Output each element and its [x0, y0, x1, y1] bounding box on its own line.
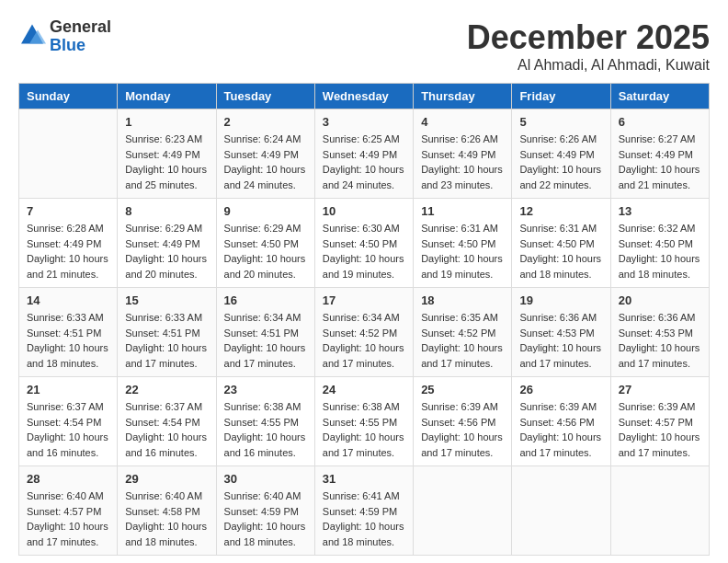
calendar-cell: 21Sunrise: 6:37 AM Sunset: 4:54 PM Dayli…	[19, 377, 118, 466]
calendar-cell: 28Sunrise: 6:40 AM Sunset: 4:57 PM Dayli…	[19, 466, 118, 556]
calendar-cell: 15Sunrise: 6:33 AM Sunset: 4:51 PM Dayli…	[118, 288, 216, 377]
calendar-cell: 20Sunrise: 6:36 AM Sunset: 4:53 PM Dayli…	[610, 288, 709, 377]
day-info: Sunrise: 6:39 AM Sunset: 4:57 PM Dayligh…	[619, 399, 701, 460]
day-number: 7	[27, 204, 109, 218]
day-number: 4	[421, 115, 504, 129]
day-number: 9	[224, 204, 307, 218]
day-of-week-header: Friday	[512, 84, 610, 109]
title-area: December 2025 Al Ahmadi, Al Ahmadi, Kuwa…	[467, 18, 710, 74]
day-info: Sunrise: 6:33 AM Sunset: 4:51 PM Dayligh…	[27, 310, 109, 371]
calendar-cell: 4Sunrise: 6:26 AM Sunset: 4:49 PM Daylig…	[414, 109, 512, 199]
calendar-cell: 14Sunrise: 6:33 AM Sunset: 4:51 PM Dayli…	[19, 288, 118, 377]
calendar-cell	[610, 466, 709, 556]
day-info: Sunrise: 6:29 AM Sunset: 4:49 PM Dayligh…	[125, 221, 208, 282]
calendar-cell: 6Sunrise: 6:27 AM Sunset: 4:49 PM Daylig…	[610, 109, 709, 199]
day-info: Sunrise: 6:31 AM Sunset: 4:50 PM Dayligh…	[421, 221, 504, 282]
day-info: Sunrise: 6:30 AM Sunset: 4:50 PM Dayligh…	[323, 221, 405, 282]
day-number: 27	[619, 383, 701, 396]
day-number: 10	[323, 204, 405, 218]
day-of-week-header: Thursday	[414, 84, 512, 109]
day-number: 6	[619, 115, 701, 129]
day-info: Sunrise: 6:29 AM Sunset: 4:50 PM Dayligh…	[224, 221, 307, 282]
calendar-cell: 7Sunrise: 6:28 AM Sunset: 4:49 PM Daylig…	[19, 199, 118, 288]
day-number: 20	[619, 293, 701, 307]
day-of-week-header: Monday	[118, 84, 216, 109]
day-info: Sunrise: 6:34 AM Sunset: 4:51 PM Dayligh…	[224, 310, 307, 371]
day-of-week-header: Saturday	[610, 84, 709, 109]
calendar-cell: 16Sunrise: 6:34 AM Sunset: 4:51 PM Dayli…	[216, 288, 314, 377]
day-info: Sunrise: 6:35 AM Sunset: 4:52 PM Dayligh…	[421, 310, 504, 371]
page-subtitle: Al Ahmadi, Al Ahmadi, Kuwait	[467, 57, 710, 74]
day-number: 25	[421, 383, 504, 396]
day-number: 18	[421, 293, 504, 307]
calendar-cell	[19, 109, 118, 199]
day-info: Sunrise: 6:40 AM Sunset: 4:58 PM Dayligh…	[125, 488, 208, 549]
calendar-cell	[512, 466, 610, 556]
day-number: 5	[519, 115, 602, 129]
day-number: 21	[27, 383, 109, 396]
day-info: Sunrise: 6:25 AM Sunset: 4:49 PM Dayligh…	[323, 132, 405, 192]
day-number: 11	[421, 204, 504, 218]
logo-general: General	[50, 18, 111, 37]
calendar-week-row: 28Sunrise: 6:40 AM Sunset: 4:57 PM Dayli…	[19, 466, 710, 556]
calendar-cell: 12Sunrise: 6:31 AM Sunset: 4:50 PM Dayli…	[512, 199, 610, 288]
day-info: Sunrise: 6:38 AM Sunset: 4:55 PM Dayligh…	[224, 399, 307, 460]
day-info: Sunrise: 6:27 AM Sunset: 4:49 PM Dayligh…	[619, 132, 701, 192]
day-of-week-header: Tuesday	[216, 84, 314, 109]
day-info: Sunrise: 6:36 AM Sunset: 4:53 PM Dayligh…	[619, 310, 701, 371]
calendar-cell: 1Sunrise: 6:23 AM Sunset: 4:49 PM Daylig…	[118, 109, 216, 199]
calendar-cell: 5Sunrise: 6:26 AM Sunset: 4:49 PM Daylig…	[512, 109, 610, 199]
day-number: 2	[224, 115, 307, 129]
day-info: Sunrise: 6:33 AM Sunset: 4:51 PM Dayligh…	[125, 310, 208, 371]
day-number: 22	[125, 383, 208, 396]
logo-text: General Blue	[50, 18, 111, 55]
day-info: Sunrise: 6:39 AM Sunset: 4:56 PM Dayligh…	[421, 399, 504, 460]
header: General Blue December 2025 Al Ahmadi, Al…	[18, 18, 710, 74]
day-info: Sunrise: 6:23 AM Sunset: 4:49 PM Dayligh…	[125, 132, 208, 192]
day-info: Sunrise: 6:39 AM Sunset: 4:56 PM Dayligh…	[519, 399, 602, 460]
calendar-week-row: 14Sunrise: 6:33 AM Sunset: 4:51 PM Dayli…	[19, 288, 710, 377]
day-info: Sunrise: 6:40 AM Sunset: 4:57 PM Dayligh…	[27, 488, 109, 549]
day-info: Sunrise: 6:37 AM Sunset: 4:54 PM Dayligh…	[125, 399, 208, 460]
calendar-cell: 22Sunrise: 6:37 AM Sunset: 4:54 PM Dayli…	[118, 377, 216, 466]
day-info: Sunrise: 6:32 AM Sunset: 4:50 PM Dayligh…	[619, 221, 701, 282]
day-number: 31	[323, 472, 405, 486]
day-info: Sunrise: 6:31 AM Sunset: 4:50 PM Dayligh…	[519, 221, 602, 282]
calendar-cell: 13Sunrise: 6:32 AM Sunset: 4:50 PM Dayli…	[610, 199, 709, 288]
logo: General Blue	[18, 18, 111, 55]
calendar-cell: 25Sunrise: 6:39 AM Sunset: 4:56 PM Dayli…	[414, 377, 512, 466]
page-title: December 2025	[467, 18, 710, 57]
day-number: 19	[519, 293, 602, 307]
day-number: 1	[125, 115, 208, 129]
day-of-week-header: Wednesday	[314, 84, 413, 109]
calendar-cell: 10Sunrise: 6:30 AM Sunset: 4:50 PM Dayli…	[314, 199, 413, 288]
day-number: 3	[323, 115, 405, 129]
day-number: 23	[224, 383, 307, 396]
calendar-week-row: 7Sunrise: 6:28 AM Sunset: 4:49 PM Daylig…	[19, 199, 710, 288]
calendar-cell: 3Sunrise: 6:25 AM Sunset: 4:49 PM Daylig…	[314, 109, 413, 199]
calendar-cell: 17Sunrise: 6:34 AM Sunset: 4:52 PM Dayli…	[314, 288, 413, 377]
calendar-cell: 19Sunrise: 6:36 AM Sunset: 4:53 PM Dayli…	[512, 288, 610, 377]
day-number: 29	[125, 472, 208, 486]
day-number: 16	[224, 293, 307, 307]
day-info: Sunrise: 6:24 AM Sunset: 4:49 PM Dayligh…	[224, 132, 307, 192]
day-info: Sunrise: 6:37 AM Sunset: 4:54 PM Dayligh…	[27, 399, 109, 460]
calendar-cell: 30Sunrise: 6:40 AM Sunset: 4:59 PM Dayli…	[216, 466, 314, 556]
calendar-cell: 27Sunrise: 6:39 AM Sunset: 4:57 PM Dayli…	[610, 377, 709, 466]
day-number: 28	[27, 472, 109, 486]
day-of-week-header: Sunday	[19, 84, 118, 109]
calendar-cell: 29Sunrise: 6:40 AM Sunset: 4:58 PM Dayli…	[118, 466, 216, 556]
day-number: 30	[224, 472, 307, 486]
day-number: 26	[519, 383, 602, 396]
day-info: Sunrise: 6:38 AM Sunset: 4:55 PM Dayligh…	[323, 399, 405, 460]
day-info: Sunrise: 6:28 AM Sunset: 4:49 PM Dayligh…	[27, 221, 109, 282]
day-number: 15	[125, 293, 208, 307]
calendar-cell: 23Sunrise: 6:38 AM Sunset: 4:55 PM Dayli…	[216, 377, 314, 466]
calendar-table: SundayMondayTuesdayWednesdayThursdayFrid…	[18, 83, 710, 556]
day-number: 8	[125, 204, 208, 218]
day-info: Sunrise: 6:26 AM Sunset: 4:49 PM Dayligh…	[519, 132, 602, 192]
calendar-week-row: 1Sunrise: 6:23 AM Sunset: 4:49 PM Daylig…	[19, 109, 710, 199]
logo-icon	[18, 23, 46, 51]
calendar-cell: 26Sunrise: 6:39 AM Sunset: 4:56 PM Dayli…	[512, 377, 610, 466]
logo-blue: Blue	[50, 37, 111, 55]
